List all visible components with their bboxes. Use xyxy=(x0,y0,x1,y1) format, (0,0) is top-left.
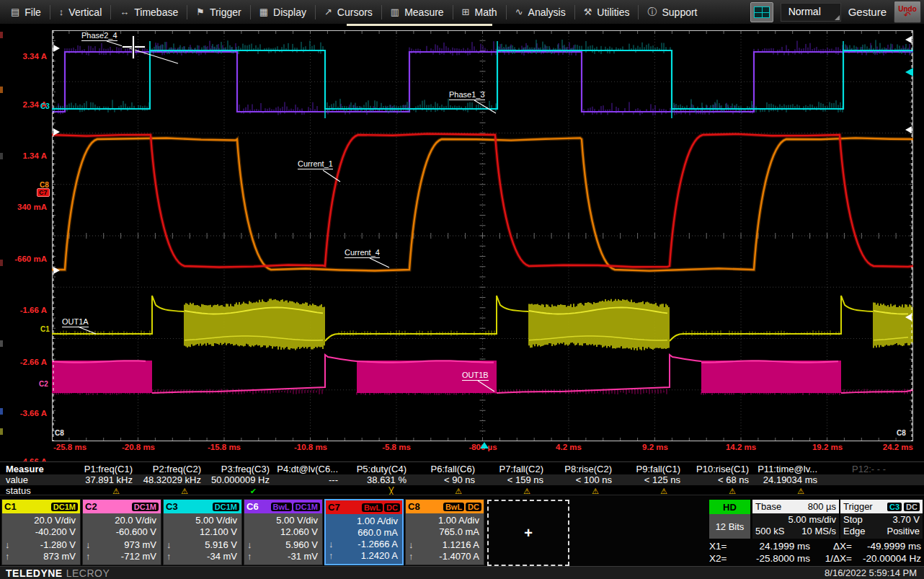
y-axis-label: -660 mA xyxy=(2,255,47,263)
measure-p4-vals: --- xyxy=(274,474,342,485)
trace-label-phase1_3: Phase1_3 xyxy=(449,90,485,100)
measure-p8-labels[interactable]: P8:rise(C2) xyxy=(548,464,616,474)
dock: C1DC1M20.0 V/div-40.200 V↓-1.280 V↑873 m… xyxy=(0,495,924,567)
menu-analysis[interactable]: ∿Analysis xyxy=(507,6,574,18)
channel-min: 973 mV xyxy=(94,539,156,551)
channel-header: C7BwLDC xyxy=(326,500,402,514)
measure-p10-labels[interactable]: P10:rise(C1) xyxy=(685,464,753,474)
undo-button[interactable]: Undo ↶ xyxy=(894,1,921,23)
coupling-badge: BwL xyxy=(362,503,383,512)
menu-measure[interactable]: ▥Measure xyxy=(383,6,452,18)
menu-timebase[interactable]: ↔Timebase xyxy=(112,6,186,18)
menu-separator xyxy=(453,5,453,19)
timebase-icon: ↔ xyxy=(120,6,129,17)
measure-p11-vals: 24.19034 ms xyxy=(753,474,822,485)
channel-offset: -60.600 V xyxy=(84,526,156,538)
max-arrow-icon: ↑ xyxy=(166,551,175,562)
y-axis-label: 340 mA xyxy=(2,203,47,211)
invdx-value: -20.00004 Hz xyxy=(852,552,921,565)
trigger-coupling-badge: DC xyxy=(904,503,920,511)
channel-marker-c2[interactable]: C2 xyxy=(39,380,48,388)
channel-box-c2[interactable]: C2DC1M20.0 V/div-60.600 V↓973 mV↑-712 mV xyxy=(82,499,161,565)
menu-file[interactable]: ▤File xyxy=(3,6,49,18)
menu-support[interactable]: ⓘSupport xyxy=(639,6,705,19)
coupling-badge: BwL xyxy=(443,503,464,511)
measure-p7-labels[interactable]: P7:fall(C2) xyxy=(479,464,548,474)
channel-offset: 12.060 V xyxy=(246,526,318,538)
analysis-icon: ∿ xyxy=(515,6,523,17)
add-channel-box[interactable]: + xyxy=(487,500,569,566)
menu-separator xyxy=(187,5,187,19)
channel-minmax: ↓-1.280 V↑873 mV xyxy=(2,539,80,562)
x1-value: 24.1999 ms xyxy=(735,540,810,552)
channel-marker-c3[interactable]: C3 xyxy=(40,102,50,110)
current_4-trace xyxy=(52,138,913,270)
menu-cursors[interactable]: ↗Cursors xyxy=(316,6,381,18)
menu-separator xyxy=(110,5,111,19)
menu-separator xyxy=(381,5,382,19)
max-arrow-icon: ↑ xyxy=(329,550,337,562)
edge-tick xyxy=(0,340,3,347)
channel-name: C3 xyxy=(166,501,178,512)
channel-marker-c7[interactable]: C7 xyxy=(37,188,50,197)
volts-per-div: 20.0 V/div xyxy=(84,515,156,526)
measure-p9-labels[interactable]: P9:fall(C1) xyxy=(616,464,685,474)
min-arrow-icon: ↓ xyxy=(166,539,175,551)
x1-label: X1= xyxy=(709,540,735,552)
channel-name: C1 xyxy=(4,501,17,512)
menu-cursors-label: Cursors xyxy=(337,6,373,18)
cursor-marker xyxy=(905,36,912,43)
channel-max: 1.2420 A xyxy=(337,550,398,562)
measure-p2-labels[interactable]: P2:freq(C2) xyxy=(137,464,205,474)
trigger-box[interactable]: Trigger C3 DC Stop 3.70 V Edge Positive xyxy=(840,500,923,539)
measure-p11-labels[interactable]: P11:time@lv... xyxy=(753,464,822,474)
trigger-position-marker[interactable] xyxy=(480,442,489,448)
timebase-box[interactable]: Tbase 800 µs 5.00 ms/div 500 kS 10 MS/s xyxy=(752,500,839,539)
measure-p3-labels[interactable]: P3:freq(C3) xyxy=(205,464,274,474)
menu-display[interactable]: ▦Display xyxy=(252,6,314,18)
menu-trigger-label: Trigger xyxy=(210,6,241,18)
channel-min: -1.280 V xyxy=(14,539,76,551)
measure-row-header: value xyxy=(0,474,68,485)
channel-max: -712 mV xyxy=(94,551,156,562)
measure-p6-labels[interactable]: P6:fall(C6) xyxy=(411,464,479,474)
hd-resolution-box[interactable]: HD 12 Bits xyxy=(709,500,750,539)
menu-vertical[interactable]: ↕Vertical xyxy=(51,6,110,18)
measure-p1-labels[interactable]: P1:freq(C1) xyxy=(68,464,137,474)
x-axis-label: 19.2 ms xyxy=(799,443,856,451)
trace-label-out1b: OUT1B xyxy=(462,371,489,381)
channel-box-c6[interactable]: C6BwLDC1M5.00 V/div12.060 V↓5.960 V↑-31 … xyxy=(244,499,323,565)
max-arrow-icon: ↑ xyxy=(5,551,14,562)
menu-utilities-label: Utilities xyxy=(597,6,629,18)
x-axis-label: 4.2 ms xyxy=(540,443,598,451)
measure-p12-labels[interactable]: P12:- - - xyxy=(822,464,890,474)
dropdown-corner-icon xyxy=(835,15,840,20)
gesture-button[interactable]: Gesture xyxy=(848,6,887,18)
channel-name: C7 xyxy=(328,502,340,513)
channel-marker-c1[interactable]: C1 xyxy=(40,325,50,333)
channel-box-c7[interactable]: C7BwLDC1.00 A/div660.0 mA↓-1.2666 A↑1.24… xyxy=(324,499,404,565)
min-arrow-icon: ↓ xyxy=(409,539,417,551)
channel-box-c8[interactable]: C8BwLDC1.00 A/div765.0 mA↓1.1216 A↑-1.40… xyxy=(405,499,484,565)
measure-p4-labels[interactable]: P4:dt@lv(C6... xyxy=(274,464,342,474)
trigger-source-badge: C3 xyxy=(887,503,902,511)
channel-box-c1[interactable]: C1DC1M20.0 V/div-40.200 V↓-1.280 V↑873 m… xyxy=(1,499,81,565)
menu-utilities[interactable]: ⚒Utilities xyxy=(576,6,638,18)
channel-name: C8 xyxy=(408,501,420,512)
dx-value: -49.9999 ms xyxy=(852,540,921,552)
channel-box-c3[interactable]: C3DC1M5.00 V/div12.100 V↓5.916 V↑-34 mV xyxy=(163,499,242,565)
y-axis-label: -2.66 A xyxy=(2,358,47,366)
menu-math[interactable]: ⊞Math xyxy=(454,6,505,18)
menu-trigger[interactable]: ⚑Trigger xyxy=(188,6,249,18)
grid-style-button[interactable] xyxy=(750,2,773,22)
x-axis-label: 14.2 ms xyxy=(712,443,770,451)
menu-support-label: Support xyxy=(662,6,697,18)
math-icon: ⊞ xyxy=(462,6,470,17)
out1b-trace-band xyxy=(701,361,841,393)
trace-label-current_4: Current_4 xyxy=(345,248,380,258)
volts-per-div: 20.0 V/div xyxy=(4,515,76,526)
trigger-mode-dropdown[interactable]: Normal xyxy=(781,3,841,22)
measure-p5-labels[interactable]: P5:duty(C4) xyxy=(342,464,411,474)
max-arrow-icon: ↑ xyxy=(409,551,417,562)
trigger-level-marker xyxy=(905,68,913,76)
